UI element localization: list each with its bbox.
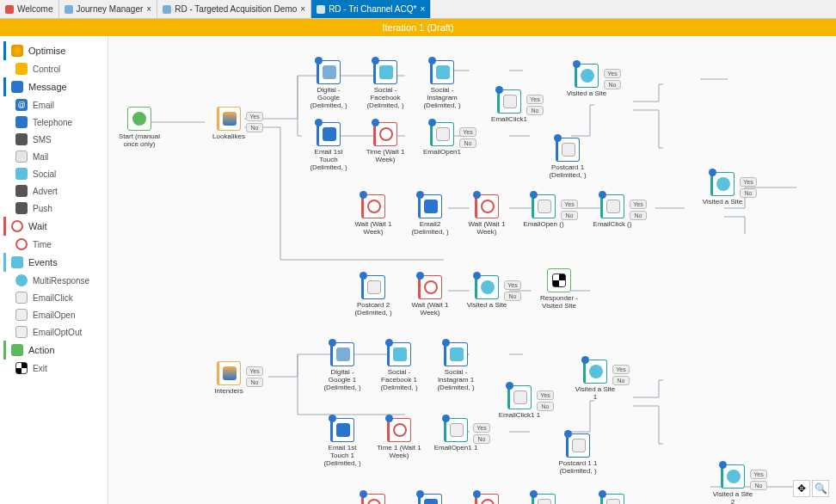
tab-targeted[interactable]: RD - Targeted Acquisition Demo ×	[157, 0, 311, 18]
split-emailclick1: YesNo	[526, 95, 544, 117]
social-icon	[393, 347, 407, 361]
cat-events[interactable]: Events	[3, 253, 104, 272]
item-social[interactable]: Social	[3, 165, 104, 182]
node-time-1[interactable]: Time 1 (Wait 1 Week)	[377, 418, 421, 459]
globe-icon	[336, 347, 350, 361]
node-email-1st-touch-1[interactable]: Email 1st Touch 1 (Delimited, )	[320, 418, 365, 467]
cat-wait[interactable]: Wait	[3, 217, 104, 236]
item-multiresponse[interactable]: MultiResponse	[3, 272, 104, 289]
node-emailopen1[interactable]: EmailOpen1	[420, 122, 464, 156]
node-social-instagram-1[interactable]: Social - Instagram 1 (Delimited, )	[433, 342, 478, 391]
split-icon	[223, 366, 237, 380]
node-social-facebook[interactable]: Social - Facebook (Delimited, )	[363, 60, 408, 109]
node-wait-w1b[interactable]: Wait (Wait 1 Week)	[464, 194, 509, 236]
node-responder[interactable]: Responder - Visited Site	[537, 268, 581, 310]
diagram-canvas[interactable]: Start (manual once only) Lookalikes YesN…	[108, 36, 836, 504]
journey-icon	[65, 5, 73, 14]
item-control[interactable]: Control	[3, 60, 104, 77]
clock-icon	[481, 499, 495, 504]
play-icon	[132, 112, 146, 126]
mail-icon	[15, 151, 28, 163]
zoom-button[interactable]: 🔍	[812, 480, 829, 497]
item-email[interactable]: @Email	[3, 96, 104, 114]
node-postcard2[interactable]: Postcard 2 (Delimited, )	[351, 275, 396, 317]
node-start[interactable]: Start (manual once only)	[117, 107, 162, 148]
item-telephone[interactable]: Telephone	[3, 114, 104, 131]
node-social-facebook-1[interactable]: Social - Facebook 1 (Delimited, )	[377, 342, 421, 391]
mail-icon	[572, 439, 586, 452]
node-emailclick1-1[interactable]: EmailClick1 1	[497, 385, 542, 419]
mail-icon	[562, 143, 575, 157]
split-visited-a-site: YesNo	[604, 69, 621, 91]
node-visited-a-site-2[interactable]: Visited a Site 2	[710, 464, 755, 504]
node-emailclick2[interactable]: EmailClick ()	[590, 194, 635, 228]
node-row4a[interactable]	[351, 494, 396, 504]
envelope-click-icon	[606, 200, 620, 213]
node-row4b[interactable]	[408, 494, 452, 504]
stopwatch-icon	[716, 177, 730, 191]
globe-icon	[323, 65, 336, 79]
node-emailopen2[interactable]: EmailOpen ()	[521, 194, 566, 228]
close-icon[interactable]: ×	[300, 4, 305, 14]
item-time[interactable]: Time	[3, 236, 104, 253]
pan-button[interactable]: ✥	[793, 480, 810, 497]
flag-icon	[552, 274, 566, 287]
cat-message[interactable]: Message	[3, 77, 104, 96]
node-row4e[interactable]	[590, 494, 635, 504]
at-icon: @	[15, 99, 28, 111]
item-mail[interactable]: Mail	[3, 148, 104, 165]
node-emailopen1-1[interactable]: EmailOpen1 1	[433, 418, 478, 452]
node-postcard1[interactable]: Postcard 1 (Delimited, )	[545, 138, 590, 179]
node-email-1st-touch[interactable]: Email 1st Touch (Delimited, )	[306, 122, 351, 171]
envelope-open-icon	[538, 499, 551, 504]
node-time-wait-1-week[interactable]: Time (Wait 1 Week)	[363, 122, 408, 163]
clock-icon	[379, 127, 393, 141]
node-lookalikes[interactable]: Lookalikes	[206, 107, 251, 140]
node-email2[interactable]: Email2 (Delimited, )	[408, 194, 452, 236]
tab-journey-manager[interactable]: Journey Manager ×	[59, 0, 158, 18]
node-visited-a-site[interactable]: Visited a Site	[564, 64, 609, 97]
item-exit[interactable]: Exit	[3, 360, 104, 377]
clock-icon	[481, 200, 495, 213]
cat-optimise[interactable]: Optimise	[3, 41, 104, 60]
node-visited-a-site-b[interactable]: Visited a Site	[700, 172, 745, 206]
envelope-click-icon	[606, 499, 620, 504]
split-emailclick2: YesNo	[630, 200, 647, 222]
clock-icon	[15, 238, 28, 250]
envelope-open-icon	[436, 127, 450, 141]
stopwatch-icon	[727, 470, 741, 483]
item-advert[interactable]: Advert	[3, 182, 104, 200]
tab-bar: Welcome Journey Manager × RD - Targeted …	[0, 0, 836, 19]
split-visited-b: YesNo	[740, 177, 757, 200]
node-emailclick1[interactable]: EmailClick1	[487, 89, 532, 123]
node-wait-w1[interactable]: Wait (Wait 1 Week)	[351, 194, 396, 236]
node-row4c[interactable]	[464, 494, 509, 504]
envelope-open-icon	[15, 309, 28, 321]
item-emailclick[interactable]: EmailClick	[3, 289, 104, 306]
at-icon	[323, 127, 336, 141]
item-emailoptout[interactable]: EmailOptOut	[3, 323, 104, 341]
node-visited-a-site-1[interactable]: Visited a Site 1	[573, 360, 618, 401]
tab-tri-channel[interactable]: RD - Tri Channel ACQ* ×	[311, 0, 431, 18]
item-push[interactable]: Push	[3, 200, 104, 217]
node-wait-w1c[interactable]: Wait (Wait 1 Week)	[408, 275, 452, 317]
node-postcard1-1[interactable]: Postcard 1 1 (Delimited, )	[556, 433, 600, 475]
social-icon	[379, 65, 393, 79]
message-icon	[11, 81, 23, 93]
cat-action[interactable]: Action	[3, 341, 104, 360]
node-social-instagram[interactable]: Social - Instagram (Delimited, )	[420, 60, 464, 109]
node-digital-google-1[interactable]: Digital - Google 1 (Delimited, )	[320, 342, 365, 391]
diagram-icon	[163, 5, 171, 14]
node-digital-google[interactable]: Digital - Google (Delimited, )	[306, 60, 351, 109]
item-emailopen[interactable]: EmailOpen	[3, 306, 104, 323]
node-row4d[interactable]	[521, 494, 566, 504]
tab-welcome[interactable]: Welcome	[0, 0, 59, 18]
flag-icon	[15, 362, 28, 374]
close-icon[interactable]: ×	[146, 4, 151, 14]
node-intenders[interactable]: Intenders	[206, 361, 251, 395]
item-sms[interactable]: SMS	[3, 131, 104, 148]
envelope-click-icon	[15, 292, 28, 304]
iteration-banner: Iteration 1 (Draft)	[0, 19, 836, 36]
node-visited-a-site-c[interactable]: Visited a Site	[464, 275, 509, 309]
close-icon[interactable]: ×	[420, 4, 425, 14]
